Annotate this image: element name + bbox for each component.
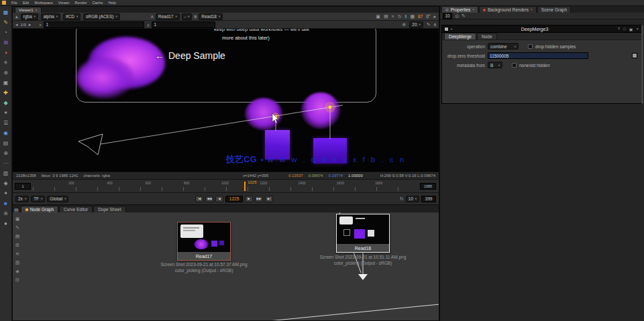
read18-node[interactable]: Read18 [336, 214, 390, 253]
edge-drop-arrowhead[interactable] [358, 274, 368, 280]
menu-workspace[interactable]: Workspace [34, 1, 52, 5]
undock-icon[interactable]: □ [623, 27, 627, 31]
toolbar-merge-icon[interactable]: ▣ [1, 78, 10, 87]
threshold-field[interactable] [488, 52, 588, 59]
close-icon[interactable]: × [531, 8, 533, 11]
toolbar-keyer-icon[interactable]: ⊕ [1, 68, 10, 77]
menu-cache[interactable]: Cache [93, 1, 103, 5]
roi-icon[interactable]: ▣ [376, 14, 380, 19]
pin-icon[interactable]: ◎ [455, 13, 459, 18]
toolbar-extra2-icon[interactable]: ◈ [1, 179, 10, 188]
metadata-from-dropdown[interactable]: B▾ [488, 62, 502, 68]
close-icon[interactable]: × [36, 8, 38, 12]
toolbar-color-icon[interactable]: ◑ [1, 48, 10, 57]
drop-hidden-samples-checkbox[interactable] [528, 44, 533, 49]
speed-dropdown[interactable]: 2x▾ [15, 196, 29, 202]
toolbar-filter-icon[interactable]: ✳ [1, 58, 10, 67]
menu-viewer[interactable]: Viewer [58, 1, 70, 5]
ng-tool2-icon[interactable]: ✎ [14, 224, 21, 231]
play-backward-button[interactable]: ◀ [215, 196, 223, 202]
viewer-process-dropdown[interactable]: sRGB (ACES)▾ [83, 13, 119, 20]
layer-dropdown[interactable]: rgba▾ [21, 13, 38, 20]
toolbar-channel-icon[interactable]: ⊞ [1, 38, 10, 47]
toolbar-extra5-icon[interactable]: ≋ [1, 209, 10, 218]
goto-start-button[interactable]: |◀ [195, 196, 203, 202]
y-field[interactable] [152, 21, 215, 28]
wipe-mode-dropdown[interactable]: -▾ [182, 13, 192, 20]
prev-icon[interactable]: ◂ [15, 22, 18, 27]
ng-tool4-icon[interactable]: ⊞ [14, 241, 21, 248]
clear-panels-icon[interactable]: ✎ [462, 13, 466, 18]
viewer-canvas[interactable]: keep with deep data workflows — we'll ta… [13, 29, 439, 172]
ng-tool8-icon[interactable]: ⊟ [14, 276, 21, 283]
play-forward-button[interactable]: ▶ [245, 196, 253, 202]
toolbar-deep-icon[interactable]: ☰ [1, 119, 10, 127]
tab-dope-sheet[interactable]: Dope Sheet [93, 206, 125, 212]
menu-file[interactable]: File [11, 1, 17, 5]
crosshair-icon[interactable]: ⊕ [402, 22, 406, 27]
toolbar-extra6-icon[interactable]: ● [1, 219, 10, 228]
ng-tool1-icon[interactable]: ▣ [14, 215, 21, 222]
toolbar-other-icon[interactable]: ⋯ [1, 159, 10, 168]
tab-curve-editor[interactable]: Curve Editor [59, 206, 93, 212]
pane-collapse-icon[interactable]: ▴ [15, 14, 18, 19]
toolbar-time-icon[interactable]: ◔ [1, 28, 10, 37]
close-icon[interactable]: × [472, 8, 474, 11]
toolbar-extra3-icon[interactable]: ✦ [1, 189, 10, 198]
menu-help[interactable]: Help [108, 1, 115, 5]
range-end-field[interactable]: 1985 [420, 183, 436, 190]
toolbar-image-icon[interactable]: ▦ [1, 8, 10, 17]
pause-icon[interactable]: ‖ [405, 14, 407, 19]
operation-dropdown[interactable]: combine▾ [488, 43, 519, 50]
viewer-tab[interactable]: Viewer1 × [15, 7, 42, 13]
toolbar-transform-icon[interactable]: ✚ [1, 88, 10, 97]
toolbar-draw-icon[interactable]: ✎ [1, 18, 10, 27]
float-icon[interactable]: ▣ [629, 27, 634, 31]
overlay-menu-icon[interactable]: ≡ [392, 14, 394, 19]
range-start-field[interactable]: 1 [15, 183, 31, 190]
max-panels-field[interactable] [443, 13, 452, 19]
proxy-icon[interactable]: ▤ [384, 14, 388, 19]
b-input-dropdown[interactable]: Read18▾ [199, 13, 223, 20]
current-frame-field[interactable]: 1225 [225, 196, 243, 202]
zoom-dropdown[interactable]: 20▾ [409, 21, 423, 28]
close-icon[interactable]: × [635, 27, 639, 31]
pencil-icon[interactable]: ✎ [427, 22, 431, 27]
toolbar-extra4-icon[interactable]: ■ [1, 199, 10, 208]
nonexist-checkbox[interactable] [512, 63, 517, 68]
ng-tool6-icon[interactable]: ▥ [14, 259, 21, 265]
properties-scrollbar[interactable] [641, 25, 643, 104]
loop-icon[interactable]: ↻ [400, 196, 404, 201]
toolbar-extra1-icon[interactable]: ▥ [1, 169, 10, 178]
tab-deepmerge[interactable]: DeepMerge [444, 33, 476, 40]
goto-end-button[interactable]: ▶| [265, 196, 273, 202]
toolbar-metadata-icon[interactable]: ▤ [1, 139, 10, 147]
fps-field[interactable]: 399 [421, 196, 436, 202]
ng-tool5-icon[interactable]: ≋ [14, 250, 21, 257]
gain-value[interactable]: 87 [418, 14, 423, 19]
help-icon[interactable]: ? [617, 27, 621, 31]
gamma-value[interactable]: 0° [426, 14, 430, 19]
tab-properties[interactable]: ▤ Properties × [441, 6, 478, 13]
display-dropdown[interactable]: #CD▾ [63, 13, 80, 20]
tab-scene-graph[interactable]: Scene Graph [537, 6, 571, 13]
stamp-icon[interactable]: ▦ [410, 14, 415, 19]
toolbar-particles-icon[interactable]: ✶ [1, 109, 10, 117]
toolbar-3d-icon[interactable]: ◆ [1, 99, 10, 107]
ng-tool7-icon[interactable]: ◈ [14, 267, 21, 274]
a-input-dropdown[interactable]: Read17▾ [156, 13, 180, 20]
play-backward-fast-button[interactable]: ◀◀ [205, 196, 213, 202]
channel-dropdown[interactable]: alpha▾ [41, 13, 60, 20]
toolbar-toolsets-icon[interactable]: ⊗ [1, 149, 10, 157]
read17-node[interactable]: Read17 [177, 222, 231, 261]
x-field[interactable] [44, 21, 144, 28]
playhead[interactable] [244, 182, 246, 191]
next-icon[interactable]: ▸ [29, 22, 32, 27]
expand-icon[interactable]: ▸ [433, 14, 436, 19]
tab-node[interactable]: Node [477, 33, 497, 40]
play-forward-fast-button[interactable]: ▶▶ [255, 196, 263, 202]
refresh-icon[interactable]: ↻ [398, 14, 402, 19]
node-color-swatch[interactable] [444, 27, 449, 31]
edge[interactable] [214, 304, 439, 320]
node-graph-canvas[interactable]: ▣ ✎ ▤ ⊞ ≋ ▥ ◈ ⊟ Read17 [13, 212, 439, 320]
